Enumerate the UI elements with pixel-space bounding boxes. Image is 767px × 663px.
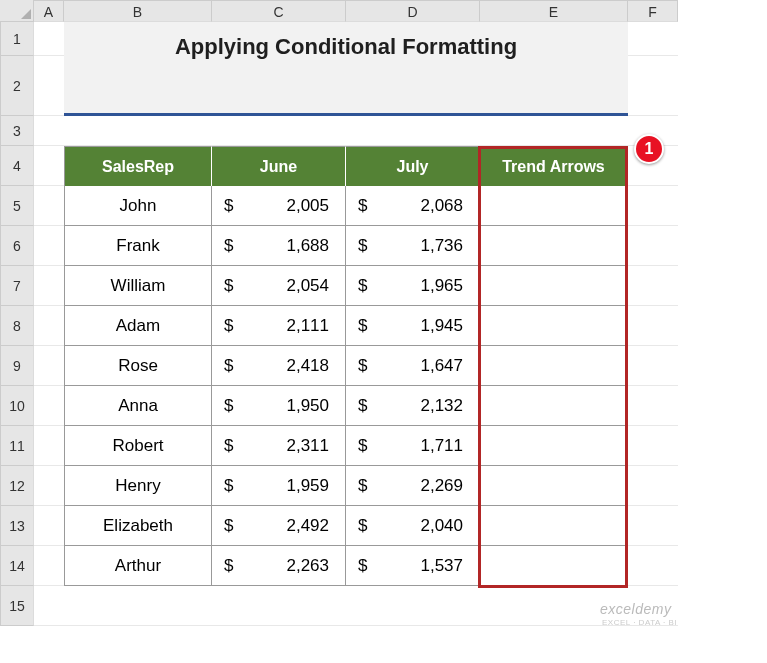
table-row[interactable]: $2,111 [212, 306, 346, 346]
table-row[interactable] [480, 386, 628, 426]
row-header-14[interactable]: 14 [0, 546, 34, 586]
table-row[interactable]: Arthur [64, 546, 212, 586]
cell-F1[interactable] [628, 22, 678, 56]
table-row[interactable]: $1,945 [346, 306, 480, 346]
table-row[interactable]: $1,711 [346, 426, 480, 466]
row-header-13[interactable]: 13 [0, 506, 34, 546]
table-row[interactable]: $1,950 [212, 386, 346, 426]
table-row[interactable] [480, 186, 628, 226]
cell-A5[interactable] [34, 186, 64, 226]
table-row[interactable] [480, 426, 628, 466]
cell-C3[interactable] [212, 116, 346, 146]
col-header-A[interactable]: A [34, 0, 64, 22]
row-header-2[interactable]: 2 [0, 56, 34, 116]
select-all-corner[interactable] [0, 0, 34, 22]
row-header-6[interactable]: 6 [0, 226, 34, 266]
cell-C15[interactable] [212, 586, 346, 626]
cell-B15[interactable] [64, 586, 212, 626]
col-header-E[interactable]: E [480, 0, 628, 22]
row-header-4[interactable]: 4 [0, 146, 34, 186]
table-row[interactable]: $1,736 [346, 226, 480, 266]
table-row[interactable]: $2,418 [212, 346, 346, 386]
table-row[interactable]: Elizabeth [64, 506, 212, 546]
cell-A10[interactable] [34, 386, 64, 426]
row-header-8[interactable]: 8 [0, 306, 34, 346]
table-row[interactable]: $1,537 [346, 546, 480, 586]
cell-A1[interactable] [34, 22, 64, 56]
table-row[interactable] [480, 466, 628, 506]
table-row[interactable]: $2,005 [212, 186, 346, 226]
cell-A7[interactable] [34, 266, 64, 306]
row-header-10[interactable]: 10 [0, 386, 34, 426]
cell-A11[interactable] [34, 426, 64, 466]
cell-F13[interactable] [628, 506, 678, 546]
table-row[interactable]: $2,054 [212, 266, 346, 306]
cell-B3[interactable] [64, 116, 212, 146]
cell-A8[interactable] [34, 306, 64, 346]
table-row[interactable]: $1,688 [212, 226, 346, 266]
cell-D3[interactable] [346, 116, 480, 146]
cell-F14[interactable] [628, 546, 678, 586]
cell-A12[interactable] [34, 466, 64, 506]
table-row[interactable]: Rose [64, 346, 212, 386]
table-row[interactable]: $1,647 [346, 346, 480, 386]
cell-A14[interactable] [34, 546, 64, 586]
table-row[interactable]: John [64, 186, 212, 226]
cell-A15[interactable] [34, 586, 64, 626]
table-row[interactable]: William [64, 266, 212, 306]
row-header-11[interactable]: 11 [0, 426, 34, 466]
cell-A3[interactable] [34, 116, 64, 146]
table-row[interactable] [480, 226, 628, 266]
row-header-3[interactable]: 3 [0, 116, 34, 146]
table-row[interactable]: Henry [64, 466, 212, 506]
table-header-salesrep[interactable]: SalesRep [64, 146, 212, 186]
cell-F9[interactable] [628, 346, 678, 386]
cell-A2[interactable] [34, 56, 64, 116]
table-row[interactable]: Anna [64, 386, 212, 426]
table-row[interactable] [480, 346, 628, 386]
table-row[interactable] [480, 306, 628, 346]
cell-F7[interactable] [628, 266, 678, 306]
cell-F12[interactable] [628, 466, 678, 506]
table-row[interactable] [480, 506, 628, 546]
cell-A13[interactable] [34, 506, 64, 546]
table-row[interactable]: Frank [64, 226, 212, 266]
cell-A4[interactable] [34, 146, 64, 186]
row-header-7[interactable]: 7 [0, 266, 34, 306]
table-row[interactable]: $1,965 [346, 266, 480, 306]
cell-F6[interactable] [628, 226, 678, 266]
title-cell[interactable]: Applying Conditional Formatting [64, 22, 628, 116]
row-header-12[interactable]: 12 [0, 466, 34, 506]
cell-F5[interactable] [628, 186, 678, 226]
table-row[interactable]: Adam [64, 306, 212, 346]
row-header-5[interactable]: 5 [0, 186, 34, 226]
table-row[interactable]: $2,263 [212, 546, 346, 586]
cell-F8[interactable] [628, 306, 678, 346]
table-row[interactable] [480, 266, 628, 306]
table-row[interactable]: Robert [64, 426, 212, 466]
cell-F2[interactable] [628, 56, 678, 116]
table-row[interactable]: $1,959 [212, 466, 346, 506]
table-header-june[interactable]: June [212, 146, 346, 186]
cell-F10[interactable] [628, 386, 678, 426]
table-row[interactable]: $2,132 [346, 386, 480, 426]
table-header-july[interactable]: July [346, 146, 480, 186]
cell-A6[interactable] [34, 226, 64, 266]
table-row[interactable]: $2,068 [346, 186, 480, 226]
table-header-trend[interactable]: Trend Arrows [480, 146, 628, 186]
cell-E3[interactable] [480, 116, 628, 146]
col-header-F[interactable]: F [628, 0, 678, 22]
table-row[interactable]: $2,311 [212, 426, 346, 466]
cell-D15[interactable] [346, 586, 480, 626]
table-row[interactable]: $2,492 [212, 506, 346, 546]
col-header-C[interactable]: C [212, 0, 346, 22]
cell-A9[interactable] [34, 346, 64, 386]
col-header-D[interactable]: D [346, 0, 480, 22]
row-header-15[interactable]: 15 [0, 586, 34, 626]
table-row[interactable]: $2,269 [346, 466, 480, 506]
col-header-B[interactable]: B [64, 0, 212, 22]
row-header-9[interactable]: 9 [0, 346, 34, 386]
row-header-1[interactable]: 1 [0, 22, 34, 56]
cell-F11[interactable] [628, 426, 678, 466]
table-row[interactable] [480, 546, 628, 586]
